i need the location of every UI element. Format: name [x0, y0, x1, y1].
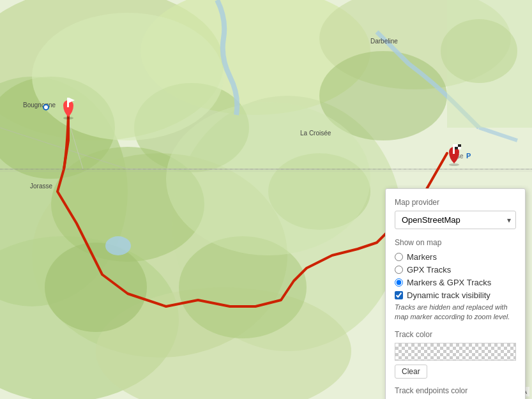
show-on-map-options: Markers GPX Tracks Markers & GPX Tracks — [395, 252, 516, 287]
settings-panel: Map provider OpenStreetMap ▾ Show on map… — [385, 188, 526, 399]
svg-rect-40 — [453, 144, 455, 154]
radio-gpx-label: GPX Tracks — [407, 265, 451, 275]
svg-point-17 — [166, 102, 370, 255]
map-provider-dropdown-container: OpenStreetMap ▾ — [395, 211, 516, 229]
svg-point-12 — [45, 243, 147, 332]
svg-rect-38 — [67, 98, 69, 107]
svg-text:La Croisée: La Croisée — [300, 130, 331, 137]
radio-markers[interactable]: Markers — [395, 252, 516, 262]
radio-gpx-input[interactable] — [395, 266, 403, 274]
dynamic-visibility-checkbox[interactable] — [395, 291, 403, 299]
radio-gpx[interactable]: GPX Tracks — [395, 265, 516, 275]
radio-both-input[interactable] — [395, 278, 403, 287]
svg-text:Bougnonne: Bougnonne — [23, 102, 56, 109]
svg-point-37 — [63, 117, 73, 119]
endpoints-color-label: Track endpoints color — [395, 386, 516, 395]
svg-point-34 — [43, 105, 49, 110]
dynamic-visibility-description: Tracks are hidden and replaced with map … — [395, 303, 516, 322]
svg-text:Darbeline: Darbeline — [370, 38, 398, 45]
svg-rect-44 — [458, 147, 461, 149]
svg-text:P: P — [466, 152, 471, 160]
start-marker[interactable] — [57, 93, 80, 122]
svg-text:Jorasse: Jorasse — [30, 183, 52, 190]
svg-point-36 — [441, 19, 517, 83]
radio-markers-input[interactable] — [395, 253, 403, 261]
end-marker[interactable] — [443, 139, 466, 169]
svg-point-39 — [449, 163, 459, 166]
map-provider-select[interactable]: OpenStreetMap — [395, 211, 516, 229]
map-provider-label: Map provider — [395, 198, 516, 207]
dynamic-visibility-label: Dynamic track visibility — [407, 290, 490, 300]
dynamic-visibility-checkbox-label[interactable]: Dynamic track visibility — [395, 290, 516, 300]
radio-markers-label: Markers — [407, 252, 437, 262]
svg-rect-41 — [455, 144, 458, 147]
radio-both-label: Markers & GPX Tracks — [407, 278, 491, 287]
svg-rect-43 — [455, 147, 458, 149]
track-color-swatch[interactable] — [395, 343, 516, 361]
map-container: Bougnonne Jorasse La Croisée Darbeline s… — [0, 0, 532, 399]
track-color-label: Track color — [395, 330, 516, 339]
show-on-map-label: Show on map — [395, 238, 516, 247]
svg-rect-42 — [458, 144, 461, 147]
radio-both[interactable]: Markers & GPX Tracks — [395, 278, 516, 287]
clear-track-color-button[interactable]: Clear — [395, 365, 427, 379]
svg-point-18 — [105, 236, 131, 255]
